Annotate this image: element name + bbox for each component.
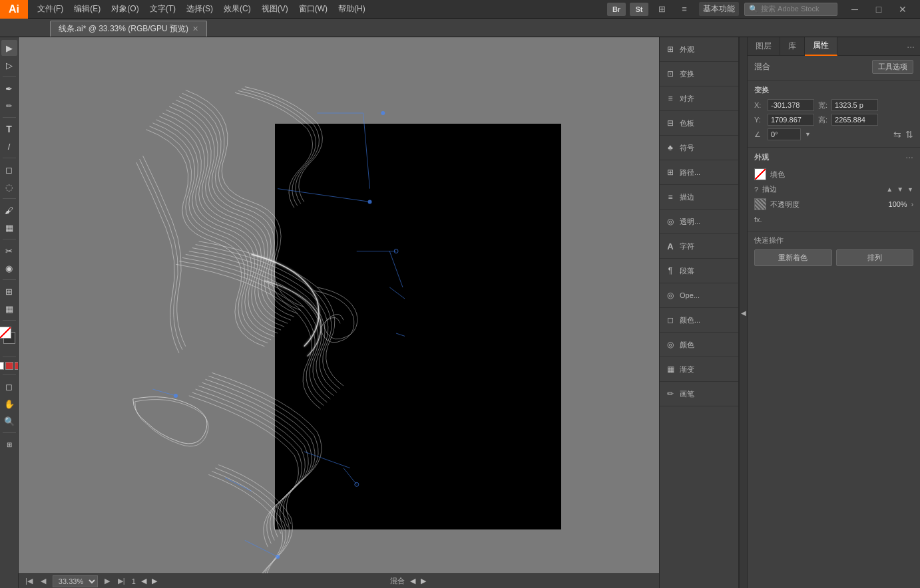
zoom-dropdown[interactable]: 33.33% (53, 575, 98, 587)
menu-text[interactable]: 文字(T) (146, 2, 180, 16)
tool-paint[interactable]: 🖌 (1, 202, 17, 218)
tab-linecai[interactable]: 线条.ai* @ 33.33% (RGB/GPU 预览) ✕ (50, 21, 207, 37)
stroke-dropdown-icon[interactable]: ▼ (907, 186, 913, 193)
menu-effect[interactable]: 效果(C) (220, 2, 255, 16)
tool-graph[interactable]: ⊞ (1, 283, 17, 299)
color-guide-title[interactable]: ◻ 颜色... (665, 312, 733, 328)
tool-scissors[interactable]: ✂ (1, 243, 17, 259)
stroke-section: ≡ 描边 (660, 185, 738, 210)
tool-zoom[interactable]: 🔍 (1, 413, 17, 429)
nav-prev-prev[interactable]: |◀ (24, 577, 34, 585)
transform-header[interactable]: 变换 (754, 85, 913, 95)
xy-row: X: 宽: (754, 99, 913, 111)
tool-type[interactable]: T (1, 121, 17, 137)
nav-next[interactable]: ▶ (103, 577, 111, 585)
tool-screen-mode[interactable]: ◻ (1, 378, 17, 394)
stroke-icon: ≡ (665, 192, 676, 202)
recolor-button[interactable]: 重新着色 (754, 249, 832, 266)
tab-properties[interactable]: 属性 (805, 37, 837, 56)
tool-hand[interactable]: ✋ (1, 396, 17, 412)
nav-next-next[interactable]: ▶| (116, 577, 126, 585)
y-label: Y: (754, 116, 764, 124)
y-input[interactable] (768, 114, 814, 126)
x-input[interactable] (768, 99, 814, 111)
tool-gradient[interactable]: ▦ (1, 220, 17, 235)
arrange-button[interactable]: 排列 (836, 249, 914, 266)
tool-pencil[interactable]: ✏ (1, 98, 17, 114)
menu-file[interactable]: 文件(F) (33, 2, 67, 16)
tool-rotate[interactable]: ◉ (1, 260, 17, 276)
tab-layers[interactable]: 图层 (748, 37, 780, 56)
menu-object[interactable]: 对象(O) (107, 2, 142, 16)
tool-options-button[interactable]: 工具选项 (872, 60, 913, 74)
paragraph-title[interactable]: ¶ 段落 (665, 263, 733, 279)
color-title[interactable]: ◎ 颜色 (665, 337, 733, 353)
panel-more-icon[interactable]: ··· (901, 41, 920, 52)
tool-ellipse[interactable]: ◌ (1, 179, 17, 195)
appearance-title[interactable]: ⊞ 外观 (665, 41, 733, 57)
menu-help[interactable]: 帮助(H) (334, 2, 369, 16)
tab-close-icon[interactable]: ✕ (192, 25, 198, 33)
pathfinder-title[interactable]: ⊞ 路径... (665, 164, 733, 180)
minimize-button[interactable]: ─ (843, 0, 867, 19)
grid-icon[interactable]: ⊞ (652, 3, 671, 16)
tool-select[interactable]: ▶ (1, 40, 17, 56)
panel-collapse-button[interactable]: ◀ (739, 37, 747, 588)
blend-mode-label[interactable]: 混合 (390, 576, 405, 586)
menu-window[interactable]: 窗口(W) (295, 2, 332, 16)
foreground-color-swatch[interactable] (0, 327, 11, 339)
fill-swatch[interactable] (754, 168, 766, 180)
arrange-icon[interactable]: ≡ (675, 3, 694, 16)
tool-direct-select[interactable]: ▷ (1, 57, 17, 73)
close-button[interactable]: ✕ (891, 0, 915, 19)
opentype-title[interactable]: ◎ Ope... (665, 287, 733, 303)
angle-input[interactable] (768, 128, 801, 140)
nav-arrow-right[interactable]: ▶ (421, 577, 426, 585)
swatches-title[interactable]: ⊟ 色板 (665, 115, 733, 131)
tool-artboard[interactable]: ⊞ (1, 436, 17, 452)
tool-rect[interactable]: ◻ (1, 162, 17, 178)
toolbar-separator-8 (3, 357, 16, 357)
stock-icon[interactable]: St (630, 3, 648, 16)
flip-v-icon[interactable]: ⇅ (905, 129, 913, 140)
workspace-label[interactable]: 基本功能 (699, 2, 739, 16)
nav-prev[interactable]: ◀ (39, 577, 47, 585)
bridge-icon[interactable]: Br (607, 3, 626, 16)
artboard-nav-prev[interactable]: ◀ (141, 577, 146, 585)
x-label: X: (754, 101, 764, 109)
transform-title[interactable]: ⊡ 变换 (665, 66, 733, 82)
symbols-title[interactable]: ♣ 符号 (665, 140, 733, 156)
restore-button[interactable]: □ (867, 0, 891, 19)
nav-arrow-left[interactable]: ◀ (410, 577, 415, 585)
brush-title[interactable]: ✏ 画笔 (665, 386, 733, 402)
align-title[interactable]: ≡ 对齐 (665, 90, 733, 106)
h-input[interactable] (831, 114, 878, 126)
toolbar-separator-9 (3, 374, 16, 375)
appearance-more-icon[interactable]: ··· (905, 152, 913, 162)
gradient-title[interactable]: ▦ 渐变 (665, 361, 733, 377)
opacity-chevron-icon[interactable]: › (911, 201, 913, 208)
stroke-up-icon[interactable]: ▲ (886, 186, 893, 193)
angle-dropdown-icon[interactable]: ▼ (805, 131, 811, 138)
menu-view[interactable]: 视图(V) (258, 2, 292, 16)
stroke-title[interactable]: ≡ 描边 (665, 189, 733, 205)
menu-edit[interactable]: 编辑(E) (70, 2, 105, 16)
canvas-area[interactable]: |◀ ◀ 33.33% ▶ ▶| 1 ◀ ▶ 混合 ◀ ▶ (19, 37, 659, 588)
tool-chart[interactable]: ▦ (1, 301, 17, 317)
white-swatch[interactable] (0, 362, 4, 370)
toolbar-separator-1 (3, 76, 16, 77)
tab-library[interactable]: 库 (780, 37, 805, 56)
flip-h-icon[interactable]: ⇆ (893, 129, 901, 140)
character-title[interactable]: A 字符 (665, 238, 733, 254)
menu-select[interactable]: 选择(S) (182, 2, 217, 16)
artboard-nav-next[interactable]: ▶ (152, 577, 157, 585)
transparency-title[interactable]: ◎ 透明... (665, 214, 733, 229)
red-swatch[interactable] (5, 362, 13, 370)
search-box[interactable]: 🔍 搜索 Adobe Stock (744, 3, 837, 16)
w-input[interactable] (831, 99, 878, 111)
stroke-down-icon[interactable]: ▼ (897, 186, 903, 193)
tool-line[interactable]: / (1, 138, 17, 154)
symbols-label: 符号 (680, 143, 694, 153)
appearance-panel-header[interactable]: 外观 ··· (754, 152, 913, 162)
tool-pen[interactable]: ✒ (1, 80, 17, 96)
